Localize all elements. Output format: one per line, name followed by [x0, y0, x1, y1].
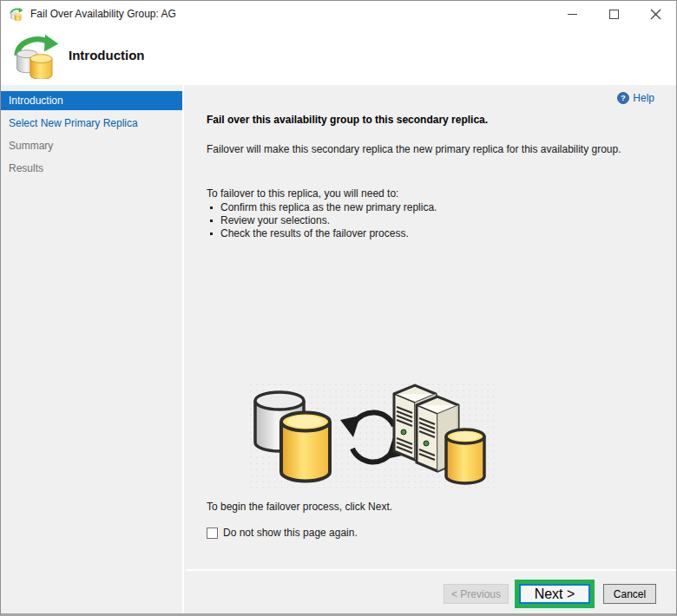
sidebar-item-results: Results [1, 159, 182, 178]
previous-button[interactable]: < Previous [444, 584, 509, 604]
step-item: Review your selections. [207, 214, 437, 227]
begin-failover-text: To begin the failover process, click Nex… [207, 501, 392, 513]
app-failover-icon [10, 7, 23, 21]
sidebar-item-summary: Summary [1, 136, 182, 155]
minimize-button[interactable] [551, 1, 593, 27]
steps-list: Confirm this replica as the new primary … [207, 201, 437, 240]
failover-illustration [248, 382, 495, 491]
next-button[interactable]: Next > [519, 584, 590, 604]
dont-show-again-label[interactable]: Do not show this page again. [223, 527, 358, 539]
help-link[interactable]: ? Help [617, 92, 654, 104]
page-title: Introduction [69, 48, 144, 62]
content-heading: Fail over this availability group to thi… [207, 114, 488, 126]
failover-database-icon [13, 32, 60, 79]
cancel-button[interactable]: Cancel [603, 584, 656, 604]
maximize-button[interactable] [593, 1, 634, 27]
close-button[interactable] [634, 1, 676, 27]
main-panel: ? Help Fail over this availability group… [186, 85, 676, 613]
button-bar-separator [186, 569, 676, 571]
window-title: Fail Over Availability Group: AG [30, 8, 176, 20]
sidebar-item-introduction[interactable]: Introduction [1, 91, 182, 110]
minimize-icon [568, 14, 577, 15]
databases-sync-servers-graphic [248, 382, 495, 491]
step-item: Confirm this replica as the new primary … [207, 201, 437, 214]
next-button-highlight: Next > [515, 580, 595, 608]
help-icon: ? [617, 92, 629, 104]
content-intro: Failover will make this secondary replic… [207, 143, 621, 155]
wizard-header: Introduction [1, 27, 676, 85]
step-item: Check the results of the failover proces… [207, 227, 437, 240]
wizard-body: Introduction Select New Primary Replica … [1, 85, 676, 613]
sidebar-item-select-new-primary-replica[interactable]: Select New Primary Replica [1, 114, 182, 133]
title-bar: Fail Over Availability Group: AG [1, 1, 676, 27]
wizard-window: Fail Over Availability Group: AG Introdu… [0, 0, 677, 616]
help-label: Help [633, 92, 654, 104]
maximize-icon [609, 10, 619, 19]
steps-sidebar: Introduction Select New Primary Replica … [1, 85, 184, 613]
svg-text:?: ? [621, 94, 627, 102]
close-icon [650, 9, 661, 20]
dont-show-again-row: Do not show this page again. [207, 527, 358, 539]
steps-intro: To failover to this replica, you will ne… [207, 187, 398, 200]
dont-show-again-checkbox[interactable] [207, 528, 218, 539]
